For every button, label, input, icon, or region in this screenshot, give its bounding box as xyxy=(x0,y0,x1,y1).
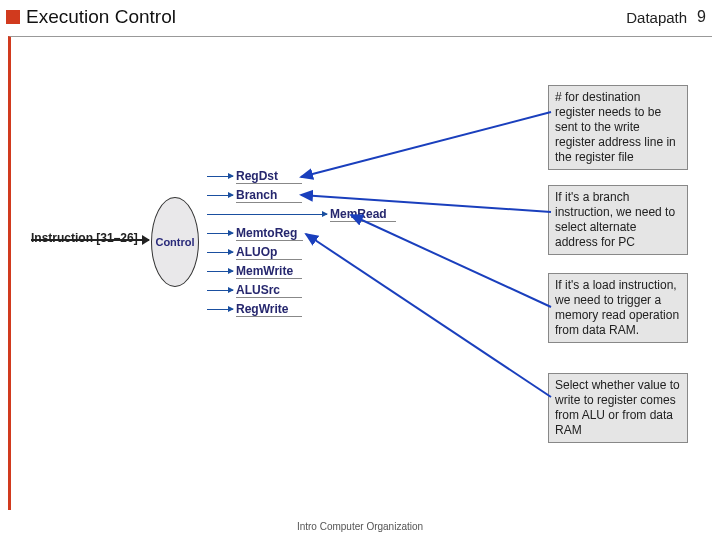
callout-regdst: # for destination register needs to be s… xyxy=(548,85,688,170)
signal-arrow-icon xyxy=(207,290,233,292)
signal-label: RegWrite xyxy=(236,302,302,317)
signal-arrow-icon xyxy=(207,176,233,178)
signal-arrow-icon xyxy=(207,309,233,311)
signal-arrow-icon xyxy=(207,233,233,235)
signal-arrow-icon xyxy=(207,271,233,273)
header-left: Execution Control xyxy=(6,6,176,28)
signal-row: ALUSrc xyxy=(207,281,396,300)
page-title: Execution Control xyxy=(26,6,176,28)
signal-row: RegWrite xyxy=(207,300,396,319)
slide-header: Execution Control Datapath 9 xyxy=(0,0,720,34)
instruction-input-label: Instruction [31–26] xyxy=(31,231,138,245)
signal-row: Branch xyxy=(207,186,396,205)
signal-arrow-icon xyxy=(207,214,327,216)
signal-label: RegDst xyxy=(236,169,302,184)
control-signals: RegDst Branch MemRead MemtoReg ALUOp Mem… xyxy=(207,167,396,319)
callout-branch: If it's a branch instruction, we need to… xyxy=(548,185,688,255)
control-diagram: Instruction [31–26] Control RegDst Branc… xyxy=(31,137,371,357)
signal-row: MemWrite xyxy=(207,262,396,281)
signal-arrow-icon xyxy=(207,252,233,254)
section-label: Datapath xyxy=(626,9,687,26)
signal-row: ALUOp xyxy=(207,243,396,262)
signal-label: MemRead xyxy=(330,207,396,222)
slide-body: Instruction [31–26] Control RegDst Branc… xyxy=(8,36,712,510)
callout-memtoreg: Select whether value to write to registe… xyxy=(548,373,688,443)
callout-memread: If it's a load instruction, we need to t… xyxy=(548,273,688,343)
signal-row: MemRead xyxy=(207,205,396,224)
signal-label: ALUSrc xyxy=(236,283,302,298)
signal-label: MemWrite xyxy=(236,264,302,279)
signal-label: Branch xyxy=(236,188,302,203)
page-number: 9 xyxy=(697,8,706,26)
signal-arrow-icon xyxy=(207,195,233,197)
slide-footer: Intro Computer Organization xyxy=(0,521,720,532)
signal-row: MemtoReg xyxy=(207,224,396,243)
header-right: Datapath 9 xyxy=(626,8,706,26)
signal-row: RegDst xyxy=(207,167,396,186)
control-unit-label: Control xyxy=(155,236,194,248)
title-marker-icon xyxy=(6,10,20,24)
control-unit: Control xyxy=(151,197,199,287)
signal-label: ALUOp xyxy=(236,245,302,260)
input-arrow-icon xyxy=(31,239,149,241)
signal-label: MemtoReg xyxy=(236,226,303,241)
